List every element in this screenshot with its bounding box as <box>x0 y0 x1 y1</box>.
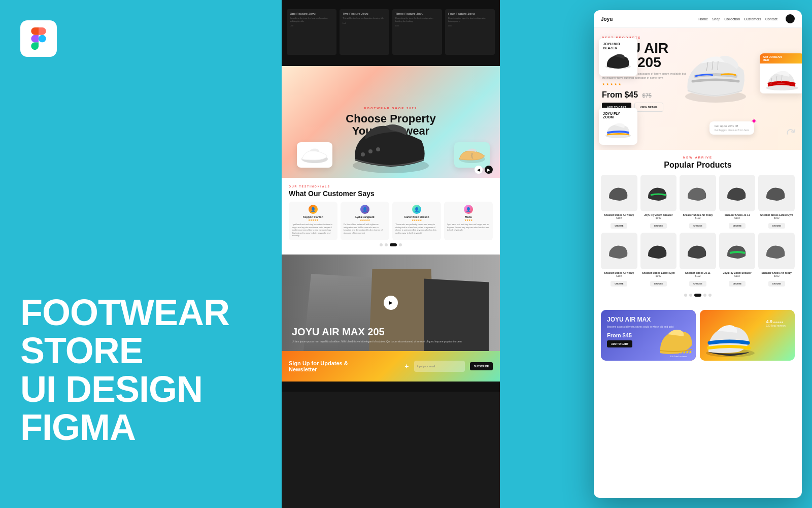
hero-label: FOOTWEAR SHOP 2022 <box>364 107 418 110</box>
next-btn[interactable]: ▶ <box>485 166 493 174</box>
product-3: Sneaker Shoes Air Yeezy $192 CHOOSE <box>680 175 716 229</box>
avatar-2: 👤 <box>360 205 369 214</box>
dark-card-2: Two Feature Joyu This will be the best c… <box>340 9 389 55</box>
product-img-9 <box>719 233 756 269</box>
photo-title: JOYU AIR MAX 205 <box>292 326 462 338</box>
testimonial-3: 👤 Carter Brian Maxson ★★★★★ Those who ar… <box>392 202 441 240</box>
popular-label: NEW ARRIVE <box>601 156 795 159</box>
product-9: Joyu Fly Zoom Sneaker $192 CHOOSE <box>719 233 756 287</box>
product-img-5 <box>758 175 795 211</box>
products-dots <box>601 291 795 300</box>
dark-card-4: Four Feature Joyu Describing the joyu, t… <box>445 9 495 55</box>
sparkle-icon: ✦ <box>751 116 757 126</box>
choose-btn-4[interactable]: CHOOSE <box>729 223 746 229</box>
choose-btn-5[interactable]: CHOOSE <box>768 223 785 229</box>
avatar-4: 👤 <box>464 205 473 214</box>
view-detail-button[interactable]: VIEW DETAIL <box>634 103 663 112</box>
air-jordan-header: AIR JORDANRED <box>760 53 802 64</box>
product-1: Sneaker Shoes Air Yeezy $192 CHOOSE <box>601 175 637 229</box>
svg-point-4 <box>376 147 380 151</box>
choose-btn-7[interactable]: CHOOSE <box>650 281 667 287</box>
nav-links: Home Shop Collection Customers Contact <box>698 17 777 21</box>
right-preview: Joyu Home Shop Collection Customers Cont… <box>594 10 802 498</box>
nav-link-customers[interactable]: Customers <box>744 17 761 21</box>
product-img-2 <box>640 175 677 211</box>
avatar-3: 👤 <box>412 205 421 214</box>
promo-card-joyu: JOYU AIR MAX Become accessibility struct… <box>601 310 696 361</box>
product-img-1 <box>601 175 637 211</box>
testimonial-1: 👤 Kaylynn Stanton ★★★★★ I get hand rest … <box>289 202 337 240</box>
promo-cart-btn-1[interactable]: ADD TO CART <box>607 340 632 347</box>
shoe-card-right <box>454 142 490 168</box>
testimonials-cards: 👤 Kaylynn Stanton ★★★★★ I get hand rest … <box>289 202 493 240</box>
product-img-3 <box>680 175 716 211</box>
choose-btn-1[interactable]: CHOOSE <box>611 223 627 229</box>
nav-cart-icon[interactable] <box>786 14 795 23</box>
product-img-6 <box>601 233 637 269</box>
shoe-center <box>345 110 436 178</box>
choose-btn-2[interactable]: CHOOSE <box>650 223 667 229</box>
prev-btn[interactable]: ◀ <box>475 166 483 174</box>
dark-card-1: One Feature Joyu Describing the joyu, th… <box>287 9 336 55</box>
choose-btn-8[interactable]: CHOOSE <box>689 281 706 287</box>
promo-title-1: JOYU AIR MAX <box>607 316 690 323</box>
middle-preview: One Feature Joyu Describing the joyu, th… <box>282 0 500 508</box>
product-6: Sneaker Shoes Air Yeezy $192 CHOOSE <box>601 233 637 287</box>
dark-card-3: Three Feature Joyu Describing the joyu, … <box>392 9 442 55</box>
svg-point-2 <box>361 152 365 156</box>
mid-dark-section: One Feature Joyu Describing the joyu, th… <box>282 0 500 66</box>
nav-link-home[interactable]: Home <box>698 17 708 21</box>
newsletter-input[interactable] <box>414 361 465 372</box>
fly-zoom-card: JOYU FLY ZOOM <box>599 108 637 145</box>
promo-rating-2: 4.9 ★★★★★ 120 Total reviews <box>766 319 786 327</box>
product-img-4 <box>719 175 756 211</box>
product-2: Joyu Fly Zoom Sneaker $192 CHOOSE <box>640 175 677 229</box>
product-10: Sneaker Shoes Air Yeezy $192 CHOOSE <box>758 233 795 287</box>
choose-btn-6[interactable]: CHOOSE <box>611 281 627 287</box>
promo-cards: JOYU AIR MAX Become accessibility struct… <box>594 306 802 365</box>
products-grid-row1: Sneaker Shoes Air Yeezy $192 CHOOSE Joyu… <box>601 175 795 229</box>
product-img-8 <box>680 233 716 269</box>
left-panel: FOOTWEAR STORE UI DESIGN FIGMA <box>0 0 284 508</box>
choose-btn-10[interactable]: CHOOSE <box>768 281 785 287</box>
photo-content: JOYU AIR MAX 205 Ut iam ipsum posse rem … <box>292 326 462 343</box>
right-nav: Joyu Home Shop Collection Customers Cont… <box>594 10 802 28</box>
play-btn[interactable]: ▶ <box>384 296 398 310</box>
shoe-card-left <box>297 142 332 168</box>
testimonial-2: 👤 Lydia Rangaard ★★★★★ Do five all this … <box>341 202 389 240</box>
plus-icon[interactable]: + <box>404 362 409 370</box>
promo-price-1: From $45 <box>607 332 690 338</box>
product-img-7 <box>640 233 677 269</box>
product-img-10 <box>758 233 795 269</box>
air-jordan-card: AIR JORDANRED <box>760 53 802 93</box>
avatar-1: 👤 <box>309 205 318 214</box>
promo-card-right: 4.9 ★★★★★ 120 Total reviews <box>700 310 795 361</box>
figma-logo <box>20 20 57 57</box>
mid-newsletter: Sign Up for Updates & Newsletter + SUBSC… <box>282 351 500 382</box>
svg-point-3 <box>368 149 373 153</box>
products-grid-row2: Sneaker Shoes Air Yeezy $192 CHOOSE Snea… <box>601 233 795 287</box>
mid-hero-section: FOOTWEAR SHOP 2022 Choose Property Your … <box>282 66 500 178</box>
right-hero: BEST PRODUCTS + JOYU AIR MAX 205 There a… <box>594 28 802 150</box>
subscribe-button[interactable]: SUBSCRIBE <box>470 362 493 370</box>
discount-badge: Get up to 20% off Get biggest discount f… <box>709 121 754 135</box>
newsletter-text: Sign Up for Updates & Newsletter <box>289 360 399 372</box>
photo-sub: Ut iam ipsum posse rem impellit subsidiu… <box>292 340 462 343</box>
choose-btn-3[interactable]: CHOOSE <box>689 223 706 229</box>
arrow-decoration: ↷ <box>784 124 799 141</box>
hero-shoe-image <box>680 36 751 107</box>
mid-testimonials: OUR TESTIMONIALS What Our Customer Says … <box>282 178 500 255</box>
product-4: Sneaker Shoes Js 11 $192 CHOOSE <box>719 175 756 229</box>
promo-sub-1: Become accessibility structures could in… <box>607 325 690 329</box>
product-5: Sneaker Shoes Latest Gym $192 CHOOSE <box>758 175 795 229</box>
nav-link-collection[interactable]: Collection <box>724 17 740 21</box>
testimonials-label: OUR TESTIMONIALS <box>289 185 493 188</box>
left-title: FOOTWEAR STORE UI DESIGN FIGMA <box>20 294 264 488</box>
nav-link-contact[interactable]: Contact <box>765 17 777 21</box>
air-jordan-body <box>760 64 802 93</box>
choose-btn-9[interactable]: CHOOSE <box>729 281 746 287</box>
nav-logo: Joyu <box>601 16 613 22</box>
nav-link-shop[interactable]: Shop <box>712 17 720 21</box>
hero-nav[interactable]: ◀ ▶ <box>475 166 493 174</box>
popular-title: Popular Products <box>601 161 795 170</box>
